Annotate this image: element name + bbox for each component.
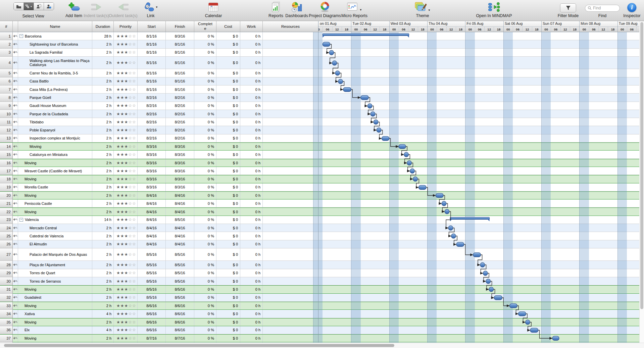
task-priority-cell[interactable]: ★★★☆☆ bbox=[114, 126, 138, 134]
task-duration-cell[interactable]: 2 h bbox=[92, 318, 114, 326]
task-resources-cell[interactable] bbox=[263, 294, 318, 301]
task-finish-cell[interactable]: 8/5/16 bbox=[166, 216, 194, 224]
task-duration-cell[interactable]: 2 h bbox=[92, 102, 114, 110]
task-cost-cell[interactable]: $ 0 bbox=[216, 277, 240, 285]
task-row[interactable]: 30 ✚✎ Torres de Serranos 2 h ★★★☆☆ 8/5/1… bbox=[0, 277, 644, 285]
task-finish-cell[interactable]: 8/5/16 bbox=[166, 294, 194, 301]
task-complete-cell[interactable]: 0 % bbox=[194, 143, 216, 150]
task-start-cell[interactable]: 8/3/16 bbox=[138, 183, 166, 191]
task-priority-cell[interactable]: ★★★☆☆ bbox=[114, 175, 138, 183]
task-name-cell[interactable]: Catedral de Valencia bbox=[18, 232, 92, 240]
task-complete-cell[interactable]: 0 % bbox=[194, 318, 216, 326]
task-name-cell[interactable]: Moving bbox=[18, 286, 92, 293]
task-complete-cell[interactable]: 0 % bbox=[194, 240, 216, 248]
task-finish-cell[interactable]: 8/6/16 bbox=[166, 310, 194, 317]
task-name-cell[interactable]: Moving bbox=[18, 302, 92, 309]
task-work-cell[interactable]: 0 h bbox=[240, 175, 263, 183]
task-row[interactable]: 14 ✚✎ Moving 2 h ★★★☆☆ 8/3/16 8/3/16 0 %… bbox=[0, 142, 644, 151]
task-name-cell[interactable]: Moving bbox=[18, 318, 92, 326]
task-finish-cell[interactable]: 8/3/16 bbox=[166, 32, 194, 40]
task-gantt-cell[interactable] bbox=[318, 277, 644, 285]
task-resources-cell[interactable] bbox=[263, 335, 318, 342]
task-finish-cell[interactable]: 8/5/16 bbox=[166, 277, 194, 285]
task-name-cell[interactable]: Inspection complex at Montjuïc bbox=[18, 134, 92, 142]
task-priority-cell[interactable]: ★★★☆☆ bbox=[114, 261, 138, 269]
task-work-cell[interactable]: 0 h bbox=[240, 126, 263, 134]
task-resources-cell[interactable] bbox=[263, 77, 318, 85]
task-start-cell[interactable]: 8/5/16 bbox=[138, 269, 166, 277]
column-header-resources[interactable]: Resources bbox=[263, 21, 318, 32]
task-finish-cell[interactable]: 8/1/16 bbox=[166, 57, 194, 69]
task-work-cell[interactable]: 0 h bbox=[240, 40, 263, 48]
view-folder-segment[interactable] bbox=[14, 3, 24, 10]
task-row[interactable]: 5 ✚✎ Carrer Nou de la Rambla, 3-5 2 h ★★… bbox=[0, 69, 644, 77]
task-priority-cell[interactable]: ★★★☆☆ bbox=[114, 310, 138, 317]
task-row[interactable]: 6 ✚✎ Casa Battlo 2 h ★★★☆☆ 8/1/16 8/1/16… bbox=[0, 77, 644, 85]
task-row[interactable]: 35 ✚✎ Moving 2 h ★★★☆☆ 8/6/16 8/6/16 0 %… bbox=[0, 318, 644, 326]
task-row[interactable]: 31 ✚✎ Moving 2 h ★★★☆☆ 8/5/16 8/5/16 0 %… bbox=[0, 285, 644, 293]
task-gantt-cell[interactable] bbox=[318, 94, 644, 101]
row-assign-icon-cell[interactable]: ✚✎ bbox=[13, 199, 18, 207]
task-start-cell[interactable]: 8/5/16 bbox=[138, 277, 166, 285]
row-assign-icon-cell[interactable]: ✚✎ bbox=[13, 118, 18, 126]
task-name-cell[interactable]: Plaça de l'Ajuntament bbox=[18, 261, 92, 269]
row-number[interactable]: 12 bbox=[0, 126, 13, 134]
task-priority-cell[interactable]: ★★★☆☆ bbox=[114, 77, 138, 85]
task-resources-cell[interactable] bbox=[263, 286, 318, 293]
task-finish-cell[interactable]: 8/2/16 bbox=[166, 126, 194, 134]
task-complete-cell[interactable]: 0 % bbox=[194, 261, 216, 269]
column-header-priority[interactable]: Priority bbox=[114, 21, 138, 32]
task-complete-cell[interactable]: 0 % bbox=[194, 286, 216, 293]
task-duration-cell[interactable]: 2 h bbox=[92, 192, 114, 199]
task-duration-cell[interactable]: 2 h bbox=[92, 248, 114, 261]
vertical-scrollbar-thumb[interactable] bbox=[640, 22, 643, 309]
row-assign-icon-cell[interactable]: ✚✎ bbox=[13, 232, 18, 240]
task-name-cell[interactable]: Peniscola Castle bbox=[18, 199, 92, 207]
task-finish-cell[interactable]: 8/3/16 bbox=[166, 143, 194, 150]
task-gantt-cell[interactable] bbox=[318, 232, 644, 240]
column-header-finish[interactable]: Finish bbox=[166, 21, 194, 32]
column-header-cost[interactable]: Cost bbox=[216, 21, 240, 32]
task-start-cell[interactable]: 8/4/16 bbox=[138, 199, 166, 207]
task-start-cell[interactable]: 8/7/16 bbox=[138, 335, 166, 342]
task-row[interactable]: 36 ✚✎ Elx 4 h ★★★☆☆ 8/6/16 8/6/16 0 % $ … bbox=[0, 326, 644, 334]
task-name-cell[interactable]: Torres de Quart bbox=[18, 269, 92, 277]
task-row[interactable]: 28 ✚✎ Plaça de l'Ajuntament 2 h ★★★☆☆ 8/… bbox=[0, 261, 644, 269]
table-gantt-divider[interactable] bbox=[318, 21, 318, 348]
task-priority-cell[interactable]: ★★★☆☆ bbox=[114, 248, 138, 261]
task-resources-cell[interactable] bbox=[263, 110, 318, 118]
task-resources-cell[interactable] bbox=[263, 151, 318, 158]
column-header-number[interactable]: # bbox=[0, 21, 13, 32]
task-gantt-cell[interactable] bbox=[318, 302, 644, 309]
task-finish-cell[interactable]: 8/1/16 bbox=[166, 77, 194, 85]
task-start-cell[interactable]: 8/1/16 bbox=[138, 77, 166, 85]
task-resources-cell[interactable] bbox=[263, 49, 318, 56]
view-resource-segment[interactable] bbox=[34, 3, 44, 10]
task-cost-cell[interactable]: $ 0 bbox=[216, 208, 240, 215]
task-start-cell[interactable]: 8/3/16 bbox=[138, 175, 166, 183]
task-resources-cell[interactable] bbox=[263, 326, 318, 334]
task-duration-cell[interactable]: 2 h bbox=[92, 57, 114, 69]
task-priority-cell[interactable]: ★★★☆☆ bbox=[114, 134, 138, 142]
task-complete-cell[interactable]: 0 % bbox=[194, 49, 216, 56]
task-finish-cell[interactable]: 8/2/16 bbox=[166, 110, 194, 118]
task-duration-cell[interactable]: 28 h bbox=[92, 32, 114, 40]
task-resources-cell[interactable] bbox=[263, 126, 318, 134]
row-number[interactable]: 11 bbox=[0, 118, 13, 126]
task-work-cell[interactable]: 0 h bbox=[240, 224, 263, 232]
task-gantt-cell[interactable] bbox=[318, 326, 644, 334]
task-row[interactable]: 32 ✚✎ Guadalest 2 h ★★★☆☆ 8/5/16 8/5/16 … bbox=[0, 294, 644, 302]
task-resources-cell[interactable] bbox=[263, 118, 318, 126]
task-work-cell[interactable]: 0 h bbox=[240, 240, 263, 248]
row-assign-icon-cell[interactable]: ✚✎ bbox=[13, 326, 18, 334]
task-work-cell[interactable]: 0 h bbox=[240, 302, 263, 309]
task-row[interactable]: 3 ✚✎ La Sagrada Familial 2 h ★★★☆☆ 8/1/1… bbox=[0, 49, 644, 57]
task-priority-cell[interactable]: ★★★☆☆ bbox=[114, 326, 138, 334]
row-assign-icon-cell[interactable]: ✚✎ bbox=[13, 167, 18, 175]
task-gantt-cell[interactable] bbox=[318, 167, 644, 175]
task-duration-cell[interactable]: 2 h bbox=[92, 40, 114, 48]
task-gantt-cell[interactable] bbox=[318, 269, 644, 277]
task-finish-cell[interactable]: 8/4/16 bbox=[166, 192, 194, 199]
task-name-cell[interactable]: Gaudi House Museum bbox=[18, 102, 92, 110]
task-complete-cell[interactable]: 0 % bbox=[194, 269, 216, 277]
